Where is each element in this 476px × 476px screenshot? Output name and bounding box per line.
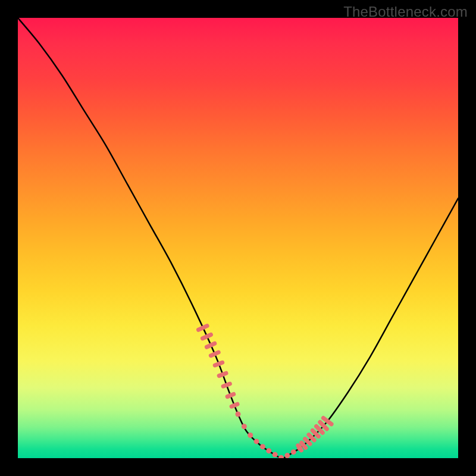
svg-line-16 xyxy=(323,418,331,424)
curve-overlay xyxy=(18,18,458,458)
svg-line-8 xyxy=(231,404,237,406)
svg-point-22 xyxy=(266,448,271,453)
svg-point-25 xyxy=(284,453,290,458)
svg-point-19 xyxy=(248,433,253,438)
svg-line-0 xyxy=(199,326,208,330)
svg-point-21 xyxy=(260,444,265,449)
svg-point-24 xyxy=(278,455,284,458)
plot-area xyxy=(18,18,458,458)
svg-line-6 xyxy=(223,384,230,386)
svg-point-17 xyxy=(236,412,241,417)
svg-line-2 xyxy=(206,343,214,347)
svg-line-1 xyxy=(202,334,211,338)
watermark-label: TheBottleneck.com xyxy=(343,4,468,20)
svg-line-4 xyxy=(215,362,222,365)
svg-point-26 xyxy=(291,449,296,455)
bottleneck-curve xyxy=(18,18,458,458)
marker-dashes xyxy=(199,326,332,458)
svg-point-18 xyxy=(242,424,247,429)
svg-line-7 xyxy=(227,394,233,396)
svg-line-5 xyxy=(219,373,226,375)
svg-point-23 xyxy=(273,452,278,458)
svg-line-3 xyxy=(211,352,218,356)
svg-point-27 xyxy=(297,445,302,450)
svg-point-20 xyxy=(254,439,259,444)
